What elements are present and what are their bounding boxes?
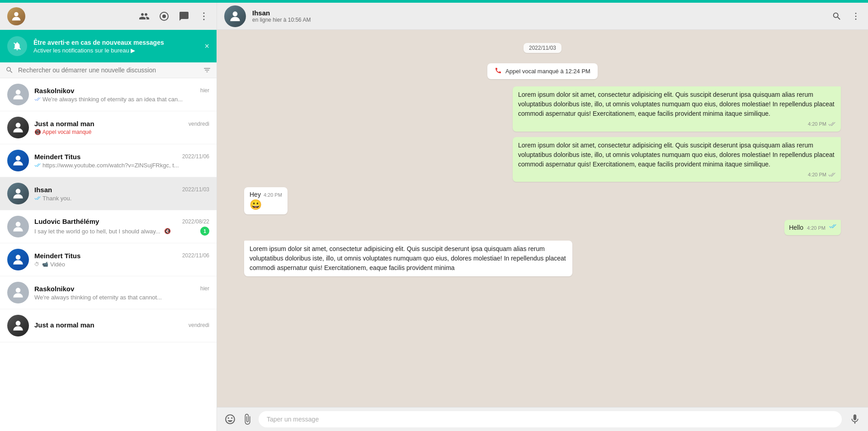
- chat-preview: https://www.youtube.com/watch?v=ZlNSujFR…: [34, 162, 179, 169]
- chat-name: Ihsan: [34, 186, 52, 194]
- new-chat-icon[interactable]: [179, 11, 189, 22]
- avatar-just-a-normal-man: [7, 117, 29, 138]
- right-panel: Ihsan en ligne hier à 10:56 AM 2022/11/0…: [217, 3, 868, 431]
- svg-point-9: [16, 156, 21, 161]
- avatar-meindert-2: [7, 249, 29, 270]
- chat-info-meindert-1: Meindert Titus 2022/11/06 https://www.yo…: [34, 153, 209, 169]
- svg-point-0: [14, 12, 18, 16]
- bubble-sent-2: Lorem ipsum dolor sit amet, consectetur …: [513, 137, 841, 182]
- notif-close-button[interactable]: ×: [204, 42, 209, 51]
- bubble-text: Hello: [789, 223, 803, 232]
- search-input[interactable]: [18, 66, 198, 74]
- avatar-meindert-1: [7, 150, 29, 171]
- bubble-sent-hello: Hello 4:20 PM: [784, 220, 841, 235]
- chat-name: Just a normal man: [34, 321, 94, 329]
- chat-item-ihsan[interactable]: Ihsan 2022/11/03 Thank you.: [0, 177, 217, 210]
- chat-time: vendredi: [189, 121, 209, 127]
- chat-info-raskolnikov: Raskolnikov hier We're always thinking o…: [34, 87, 209, 103]
- bubble-text: Lorem ipsum dolor sit amet, consectetur …: [518, 90, 835, 118]
- avatar-raskolnikov: [7, 84, 29, 105]
- user-avatar[interactable]: [7, 7, 25, 25]
- avatar-ihsan: [7, 183, 29, 204]
- input-bar: [217, 407, 868, 431]
- svg-point-14: [16, 321, 21, 326]
- chat-preview: ⏱ 📹 Vidéo: [34, 261, 65, 268]
- svg-point-7: [16, 90, 21, 95]
- chat-name: Meindert Titus: [34, 252, 80, 260]
- date-divider: 2022/11/03: [244, 43, 841, 52]
- hey-time: 4:20 PM: [264, 192, 282, 198]
- chat-time: vendredi: [189, 322, 209, 328]
- bubble-text: Lorem ipsum dolor sit amet, consectetur …: [250, 244, 567, 273]
- notification-text: Être averti·e en cas de nouveaux message…: [33, 39, 164, 54]
- chat-item-meindert-1[interactable]: Meindert Titus 2022/11/06 https://www.yo…: [0, 144, 217, 177]
- bubble-received-long: Lorem ipsum dolor sit amet, consectetur …: [244, 241, 572, 276]
- chat-name: Raskolnikov: [34, 87, 74, 95]
- chat-item-raskolnikov[interactable]: Raskolnikov hier We're always thinking o…: [0, 78, 217, 111]
- notification-banner: Être averti·e en cas de nouveaux message…: [0, 30, 217, 62]
- notif-subtitle[interactable]: Activer les notifications sur le bureau …: [33, 47, 164, 54]
- chat-name: Meindert Titus: [34, 153, 80, 161]
- chat-item-meindert-2[interactable]: Meindert Titus 2022/11/06 ⏱ 📹 Vidéo: [0, 243, 217, 276]
- left-header: [0, 3, 217, 30]
- chat-preview: I say let the world go to hell, but I sh…: [34, 228, 200, 235]
- hey-emoji: 😀: [250, 199, 282, 211]
- attach-button[interactable]: [241, 413, 253, 425]
- filter-icon[interactable]: [203, 66, 211, 74]
- chat-item-raskolnikov-2[interactable]: Raskolnikov hier We're always thinking o…: [0, 276, 217, 309]
- chat-preview: We're always thinking of eternity as an …: [34, 96, 183, 103]
- check-blue-icon: [829, 223, 836, 230]
- bubble-time: 4:20 PM: [808, 120, 826, 128]
- microphone-button[interactable]: [849, 413, 861, 425]
- chat-info-just: Just a normal man vendredi 📵 Appel vocal…: [34, 120, 209, 135]
- header-avatar-ihsan[interactable]: [224, 5, 246, 27]
- chat-header: Ihsan en ligne hier à 10:56 AM: [217, 3, 868, 30]
- chat-info-ludovic: Ludovic Barthélémy 2022/08/22 I say let …: [34, 218, 209, 236]
- svg-point-17: [855, 15, 857, 17]
- contacts-icon[interactable]: [139, 11, 150, 22]
- message-row-sent-hello: Hello 4:20 PM: [244, 220, 841, 235]
- messages-area: 2022/11/03 Appel vocal manqué à 12:24 PM…: [217, 30, 868, 407]
- user-avatar-icon: [10, 10, 23, 23]
- chat-time: 2022/11/06: [182, 153, 209, 160]
- status-icon[interactable]: [159, 11, 170, 22]
- svg-point-3: [203, 13, 205, 14]
- chat-list: Raskolnikov hier We're always thinking o…: [0, 78, 217, 431]
- chat-item-just-a-normal-man[interactable]: Just a normal man vendredi 📵 Appel vocal…: [0, 111, 217, 144]
- check-icon: [828, 171, 835, 178]
- unread-badge: 1: [200, 227, 209, 236]
- chat-info-meindert-2: Meindert Titus 2022/11/06 ⏱ 📹 Vidéo: [34, 252, 209, 268]
- emoji-button[interactable]: [224, 413, 236, 425]
- bubble-text: Lorem ipsum dolor sit amet, consectetur …: [518, 141, 835, 169]
- menu-icon[interactable]: [198, 11, 209, 22]
- bubble-time: 4:20 PM: [807, 224, 826, 232]
- chat-item-just-2[interactable]: Just a normal man vendredi: [0, 309, 217, 342]
- chat-time: 2022/08/22: [182, 218, 209, 225]
- notif-title: Être averti·e en cas de nouveaux message…: [33, 39, 164, 46]
- svg-point-11: [16, 222, 21, 227]
- svg-point-18: [855, 19, 857, 20]
- chat-name: Ludovic Barthélémy: [34, 218, 99, 225]
- bubble-time: 4:20 PM: [808, 171, 826, 179]
- chat-info-raskolnikov-2: Raskolnikov hier We're always thinking o…: [34, 285, 209, 301]
- notification-content: Être averti·e en cas de nouveaux message…: [7, 36, 164, 56]
- chat-item-ludovic[interactable]: Ludovic Barthélémy 2022/08/22 I say let …: [0, 210, 217, 243]
- chat-time: 2022/11/03: [182, 186, 209, 193]
- missed-call-icon: [495, 67, 502, 76]
- search-icon: [5, 66, 14, 74]
- notif-bell-icon: [7, 36, 27, 56]
- message-input[interactable]: [259, 411, 842, 427]
- more-options-icon[interactable]: [851, 11, 861, 21]
- bubble-received-hey: Hey 4:20 PM 😀: [244, 187, 288, 214]
- missed-call-pill: Appel vocal manqué à 12:24 PM: [487, 63, 598, 79]
- search-chat-icon[interactable]: [832, 11, 842, 21]
- chat-name: Raskolnikov: [34, 285, 74, 293]
- search-bar: [0, 62, 217, 78]
- svg-point-15: [233, 11, 238, 16]
- chat-preview: 📵 Appel vocal manqué: [34, 129, 91, 135]
- header-icons: [139, 11, 209, 22]
- chat-header-status: en ligne hier à 10:56 AM: [252, 17, 826, 23]
- svg-point-13: [16, 288, 21, 293]
- svg-point-2: [162, 14, 166, 18]
- missed-call-banner: Appel vocal manqué à 12:24 PM: [487, 63, 598, 79]
